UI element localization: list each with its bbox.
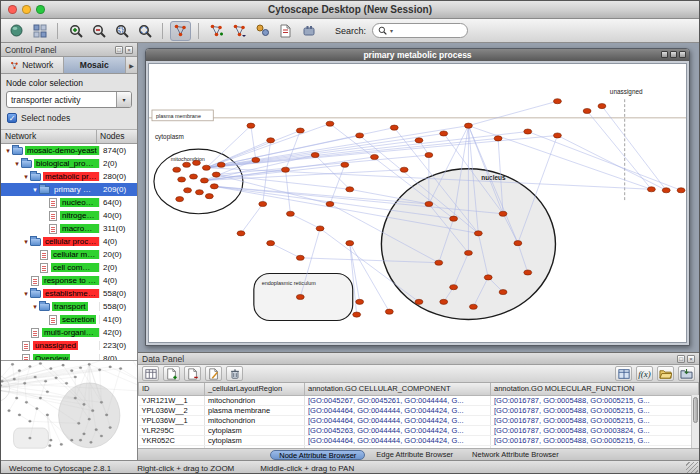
- table-mode-icon[interactable]: [615, 366, 632, 381]
- column-header-id[interactable]: ID: [139, 383, 205, 395]
- tree-item[interactable]: ▾metabolic process280(0): [1, 170, 137, 183]
- tree-item[interactable]: cell communica...2(0): [1, 261, 137, 274]
- expand-toggle-icon[interactable]: ▾: [31, 303, 39, 311]
- search-input[interactable]: [396, 26, 462, 36]
- table-row[interactable]: YKR052Ccytoplasm[GO:0044464, GO:0044444,…: [139, 435, 699, 445]
- vizmapper-icon[interactable]: [252, 21, 273, 41]
- tree-item[interactable]: response to stimul...4(0): [1, 274, 137, 287]
- expand-toggle-icon[interactable]: ▾: [31, 186, 39, 194]
- expand-toggle-icon[interactable]: ▾: [22, 290, 30, 298]
- tree-item[interactable]: ▾cellular process4(0): [1, 235, 137, 248]
- tree-item[interactable]: multi-organism pro...42(0): [1, 326, 137, 339]
- rename-attribute-icon[interactable]: [205, 366, 222, 381]
- zoom-out-icon[interactable]: [88, 21, 109, 41]
- table-cell[interactable]: cytoplasm: [205, 425, 305, 435]
- tree-item[interactable]: nucleobase...64(0): [1, 196, 137, 209]
- new-network-icon[interactable]: [206, 21, 227, 41]
- table-row[interactable]: YJR121W__1mitochondrion[GO:0045267, GO:0…: [139, 395, 699, 405]
- formula-builder-button[interactable]: f(x): [636, 366, 653, 381]
- table-cell[interactable]: [GO:0016787, GO:0005488, GO:0005215, G..…: [491, 405, 699, 415]
- annotation-icon[interactable]: [275, 21, 296, 41]
- table-cell[interactable]: [GO:0044464, GO:0044444, GO:0044424, G..…: [305, 405, 491, 415]
- table-row[interactable]: YDR039C__1mitochondrion[GO:0044464, GO:0…: [139, 445, 699, 448]
- plugin-manager-icon[interactable]: [298, 21, 319, 41]
- table-cell[interactable]: [GO:0016787, GO:0005488, GO:0005215, G..…: [491, 445, 699, 448]
- table-cell[interactable]: plasma membrane: [205, 405, 305, 415]
- tree-item[interactable]: ▾biological_process2(0): [1, 157, 137, 170]
- select-attributes-icon[interactable]: [142, 366, 159, 381]
- tree-item[interactable]: cellular metabo...20(0): [1, 248, 137, 261]
- table-scrollbar-thumb[interactable]: [693, 397, 698, 423]
- table-row[interactable]: YPL036W__1mitochondrion[GO:0044464, GO:0…: [139, 415, 699, 425]
- table-cell[interactable]: [GO:0016787, GO:0005488, GO:0003824, G..…: [491, 425, 699, 435]
- tree-item[interactable]: secretion41(0): [1, 313, 137, 326]
- expand-toggle-icon[interactable]: ▾: [22, 238, 30, 246]
- table-row[interactable]: YLR295Ccytoplasm[GO:0045263, GO:0044444,…: [139, 425, 699, 435]
- expand-toggle-icon[interactable]: ▾: [13, 160, 21, 168]
- close-panel-icon[interactable]: ×: [125, 46, 133, 54]
- tree-item[interactable]: macromolecule...311(0): [1, 222, 137, 235]
- expand-toggle-icon[interactable]: ▾: [22, 173, 30, 181]
- color-attribute-select[interactable]: transporter activity ▾: [6, 91, 132, 108]
- table-cell[interactable]: mitochondrion: [205, 445, 305, 448]
- table-cell[interactable]: YPL036W__2: [139, 405, 205, 415]
- tab-network-attribute-browser[interactable]: Network Attribute Browser: [464, 450, 567, 460]
- zoom-in-icon[interactable]: [65, 21, 86, 41]
- frame-close-icon[interactable]: [679, 51, 686, 58]
- tree-item[interactable]: ▾transport558(0): [1, 300, 137, 313]
- birdseye-view[interactable]: [1, 360, 137, 460]
- search-options-arrow-icon[interactable]: ▾: [390, 27, 393, 34]
- tab-node-attribute-browser[interactable]: Node Attribute Browser: [270, 450, 365, 460]
- create-attribute-icon[interactable]: [163, 366, 180, 381]
- table-cell[interactable]: YJR121W__1: [139, 395, 205, 405]
- table-cell[interactable]: YKR052C: [139, 435, 205, 445]
- session-icon[interactable]: [6, 21, 27, 41]
- zoom-window-button[interactable]: [36, 5, 45, 14]
- column-header-region[interactable]: _cellularLayoutRegion: [205, 383, 305, 395]
- tab-scroll-right-icon[interactable]: ▶: [126, 57, 137, 73]
- tree-item[interactable]: unassigned223(0): [1, 339, 137, 352]
- frame-minimize-icon[interactable]: [661, 51, 668, 58]
- tab-network[interactable]: Network: [1, 57, 64, 73]
- table-cell[interactable]: [GO:0045267, GO:0045261, GO:0044444, G..…: [305, 395, 491, 405]
- frame-maximize-icon[interactable]: [670, 51, 677, 58]
- network-frame-titlebar[interactable]: primary metabolic process: [146, 49, 689, 61]
- zoom-selected-icon[interactable]: [111, 21, 132, 41]
- table-cell[interactable]: cytoplasm: [205, 435, 305, 445]
- import-attributes-icon[interactable]: [657, 366, 674, 381]
- tree-item[interactable]: ▾primary metab...209(0): [1, 183, 137, 196]
- zoom-fit-icon[interactable]: [134, 21, 155, 41]
- table-cell[interactable]: [GO:0045263, GO:0044444, GO:0044424, G..…: [305, 425, 491, 435]
- table-cell[interactable]: YDR039C__1: [139, 445, 205, 448]
- table-cell[interactable]: YPL036W__1: [139, 415, 205, 425]
- minimize-window-button[interactable]: [22, 5, 31, 14]
- search-box[interactable]: ▾: [372, 23, 468, 38]
- table-scrollbar[interactable]: [691, 395, 699, 448]
- expand-toggle-icon[interactable]: ▾: [4, 147, 12, 155]
- tree-item[interactable]: Overview8(0): [1, 352, 137, 360]
- table-cell[interactable]: YLR295C: [139, 425, 205, 435]
- table-cell[interactable]: [GO:0044464, GO:0044444, GO:0044424, G..…: [305, 415, 491, 425]
- trash-icon[interactable]: [226, 366, 243, 381]
- column-header-molecular-function[interactable]: annotation.GO MOLECULAR_FUNCTION: [491, 383, 699, 395]
- resize-grip[interactable]: [686, 462, 698, 474]
- tab-edge-attribute-browser[interactable]: Edge Attribute Browser: [368, 450, 461, 460]
- table-cell[interactable]: mitochondrion: [205, 395, 305, 405]
- tree-item[interactable]: nitrogen compo...40(0): [1, 209, 137, 222]
- tree-header-nodes[interactable]: Nodes: [97, 130, 137, 143]
- float-panel-icon[interactable]: □: [115, 46, 123, 54]
- tree-item[interactable]: ▾mosaic-demo-yeast874(0): [1, 144, 137, 157]
- table-cell[interactable]: [GO:0016787, GO:0005488, GO:0005215, G..…: [491, 435, 699, 445]
- table-row[interactable]: YPL036W__2plasma membrane[GO:0044464, GO…: [139, 405, 699, 415]
- table-cell[interactable]: [GO:0044464, GO:0044444, GO:0044424, G..…: [305, 445, 491, 448]
- network-overview-icon[interactable]: [170, 21, 191, 41]
- table-cell[interactable]: [GO:0016787, GO:0005488, GO:0005215, G..…: [491, 395, 699, 405]
- table-cell[interactable]: [GO:0044464, GO:0044444, GO:0044424, G..…: [305, 435, 491, 445]
- close-window-button[interactable]: [8, 5, 17, 14]
- float-data-panel-icon[interactable]: □: [677, 355, 685, 363]
- delete-attribute-icon[interactable]: [184, 366, 201, 381]
- import-network-icon[interactable]: [229, 21, 250, 41]
- table-cell[interactable]: [GO:0016787, GO:0005488, GO:0005215, G..…: [491, 415, 699, 425]
- column-header-cellular-component[interactable]: annotation.GO CELLULAR_COMPONENT: [305, 383, 491, 395]
- tab-mosaic[interactable]: Mosaic: [64, 57, 127, 73]
